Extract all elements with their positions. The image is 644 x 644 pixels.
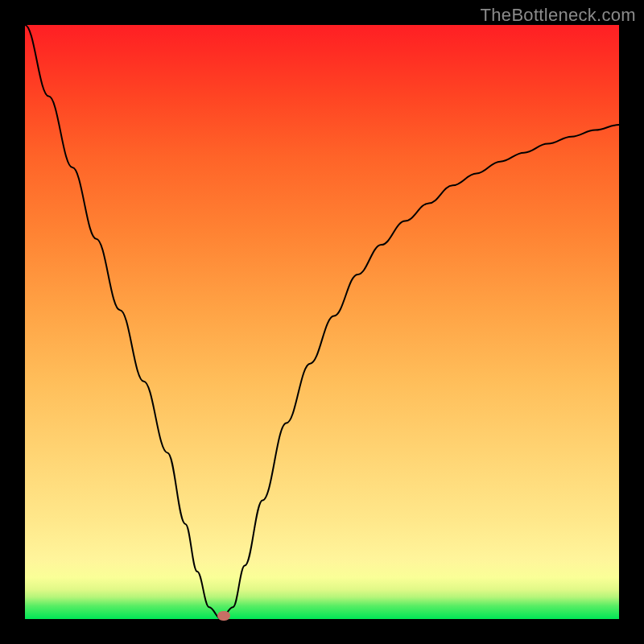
plot-area	[25, 25, 619, 619]
bottleneck-curve	[25, 25, 619, 619]
chart-frame: TheBottleneck.com	[0, 0, 644, 644]
watermark-text: TheBottleneck.com	[481, 5, 636, 26]
curve-svg	[25, 25, 619, 619]
minimum-marker	[217, 611, 230, 621]
